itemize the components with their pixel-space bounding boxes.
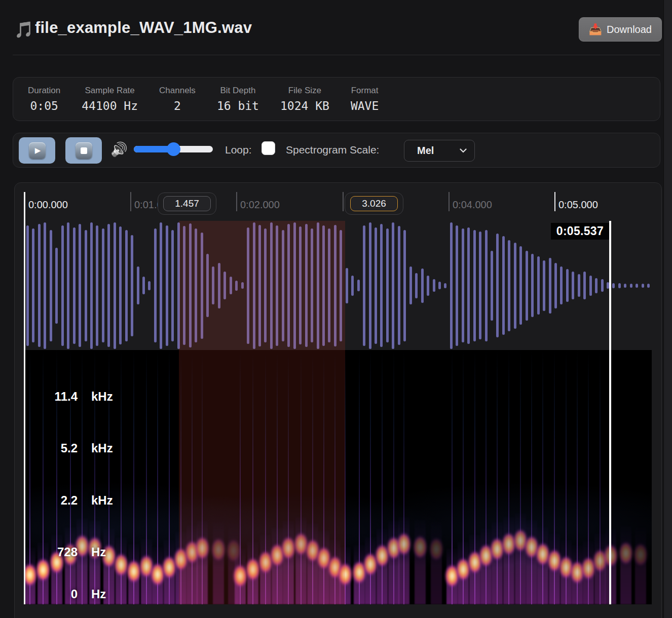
frequency-unit: Hz <box>91 545 106 559</box>
waveform-bar <box>554 263 557 308</box>
waveform-bar <box>549 258 551 314</box>
waveform-bar <box>589 276 592 296</box>
info-field-label: Format <box>351 86 379 96</box>
waveform-bar <box>380 224 383 347</box>
waveform-bar <box>444 283 446 288</box>
waveform-bar <box>537 256 540 315</box>
waveform-bar <box>340 230 342 341</box>
spectrogram-note-column <box>515 513 526 604</box>
stop-icon <box>76 142 92 159</box>
waveform-bar <box>85 230 87 341</box>
play-button[interactable]: ▶ <box>19 137 55 164</box>
spectrogram-note-column <box>398 517 409 604</box>
spectrogram-note-blob <box>429 537 444 561</box>
spectrogram-display[interactable]: 11.4kHz5.2kHz2.2kHz728Hz0Hz <box>24 350 652 604</box>
waveform-bar <box>212 266 214 304</box>
stop-button[interactable] <box>65 137 102 164</box>
frequency-value: 0 <box>31 587 78 601</box>
spectrogram-note-blob <box>618 541 633 565</box>
waveform-bar <box>154 228 157 342</box>
info-field-label: File Size <box>280 86 329 96</box>
waveform-bar <box>322 225 325 346</box>
info-field-label: Duration <box>28 86 60 96</box>
waveform-bar <box>438 282 441 289</box>
waveform-bar <box>328 228 330 342</box>
waveform-bar <box>270 222 273 349</box>
timeline-tick-label: 0:05.000 <box>558 199 598 211</box>
waveform-bar <box>90 222 93 349</box>
waveform-bar <box>357 280 360 291</box>
waveform-bar <box>496 234 499 337</box>
frequency-value: 11.4 <box>31 390 78 404</box>
waveform-bar <box>519 246 522 325</box>
spectrogram-note-column <box>197 521 208 604</box>
spectrogram-note-blob <box>396 532 412 556</box>
header-divider <box>13 55 660 55</box>
info-field-value: 1024 KB <box>280 99 329 112</box>
loop-checkbox[interactable] <box>262 141 275 155</box>
waveform-bar <box>566 269 569 302</box>
window-edge-strip <box>663 0 672 618</box>
waveform-bar <box>142 277 145 294</box>
waveform-bar <box>206 254 209 317</box>
waveform-bar <box>114 222 116 349</box>
waveform-bar <box>160 222 162 349</box>
timeline-tick <box>343 192 344 211</box>
waveform-bar <box>502 236 505 335</box>
info-field-value: 44100 Hz <box>82 99 138 112</box>
download-label: Download <box>607 24 652 35</box>
spectrogram-note-blob <box>35 558 51 582</box>
page-title: file_example_WAV_1MG.wav <box>35 19 252 37</box>
loop-label: Loop: <box>225 144 252 156</box>
waveform-bar <box>479 231 481 339</box>
timeline-tick-label: 0:00.000 <box>28 199 68 211</box>
info-field-label: Bit Depth <box>217 86 259 96</box>
spectrogram-scale-select[interactable]: Mel <box>404 140 475 162</box>
timeline-ruler[interactable]: 0:00.0000:01.0000:02.0000:03.0000:04.000… <box>24 192 652 218</box>
spectrogram-note-column <box>295 517 307 604</box>
waveform-bar <box>166 225 168 346</box>
info-field-label: Sample Rate <box>82 86 138 96</box>
waveform-bar <box>578 274 580 297</box>
waveform-bar <box>403 230 406 341</box>
waveform-bar <box>427 276 429 296</box>
waveform-bar <box>647 284 650 288</box>
waveform-bar <box>230 277 232 294</box>
spectrogram-note-column <box>526 520 537 604</box>
playhead-line[interactable] <box>609 221 611 604</box>
waveform-bar <box>79 224 81 347</box>
waveform-bar <box>456 225 458 346</box>
selection-end-box: 3.026 <box>345 192 403 215</box>
waveform-bar <box>572 272 574 299</box>
waveform-bar <box>595 278 598 293</box>
waveform-bar <box>125 230 128 341</box>
waveform-bar <box>107 224 110 347</box>
waveform-bar <box>38 224 41 347</box>
download-button[interactable]: 📥 Download <box>579 17 662 42</box>
spectrogram-note-column <box>283 521 294 604</box>
selection-end-input[interactable]: 3.026 <box>350 196 398 211</box>
volume-thumb[interactable] <box>167 142 180 156</box>
chevron-down-icon <box>460 148 467 153</box>
selection-start-input[interactable]: 1.457 <box>163 196 211 211</box>
volume-slider[interactable] <box>134 146 213 152</box>
timeline-tick-label: 0:02.000 <box>240 199 280 211</box>
waveform-bar <box>218 263 220 308</box>
waveform-bar <box>293 222 296 349</box>
waveform-bar <box>131 235 133 336</box>
waveform-bar <box>201 233 203 339</box>
waveform-bar <box>421 268 424 303</box>
waveform-bar <box>363 225 365 346</box>
selection-zero-cursor <box>24 192 25 604</box>
info-field-value: 2 <box>159 99 196 112</box>
frequency-unit: kHz <box>91 390 113 404</box>
waveform-bar <box>375 227 377 344</box>
waveform-bar <box>560 266 563 304</box>
waveform-bar <box>299 226 302 344</box>
audio-visualization-panel: 0:00.0000:01.0000:02.0000:03.0000:04.000… <box>14 182 662 618</box>
waveform-display[interactable] <box>24 221 652 350</box>
waveform-bar <box>67 222 69 349</box>
waveform-bar <box>485 230 488 341</box>
waveform-bar <box>415 273 418 298</box>
frequency-tick-label: 2.2kHz <box>31 493 113 508</box>
